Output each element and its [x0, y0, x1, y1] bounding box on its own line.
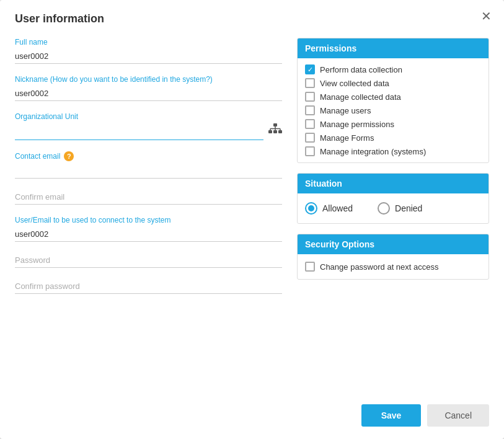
- permission-label-4: Manage permissions: [320, 120, 394, 129]
- permission-label-6: Manage integration (systems): [320, 147, 426, 156]
- security-body: Change password at next access: [298, 254, 489, 279]
- permission-item: Manage users: [305, 105, 481, 115]
- permission-item: Manage Forms: [305, 133, 481, 143]
- permission-checkbox-4[interactable]: [305, 119, 315, 129]
- security-header: Security Options: [298, 234, 489, 254]
- security-checkbox-0[interactable]: [305, 262, 315, 272]
- permission-checkbox-1[interactable]: [305, 78, 315, 88]
- permissions-card: Permissions ✓Perform data collectionView…: [297, 38, 489, 163]
- org-hierarchy-icon[interactable]: [268, 123, 282, 140]
- confirm-password-input[interactable]: [15, 279, 282, 294]
- nickname-label: Nickname (How do you want to be identifi…: [15, 75, 282, 84]
- svg-rect-0: [273, 123, 277, 126]
- radio-inner-0: [308, 205, 314, 211]
- confirm-email-input[interactable]: [15, 190, 282, 205]
- login-input[interactable]: [15, 227, 282, 242]
- contact-email-input[interactable]: [15, 164, 282, 179]
- org-unit-label: Organizational Unit: [15, 112, 282, 121]
- situation-option-0[interactable]: Allowed: [305, 202, 353, 215]
- permission-label-5: Manage Forms: [320, 133, 374, 143]
- situation-body: AllowedDenied: [298, 193, 489, 223]
- close-button[interactable]: ✕: [481, 10, 492, 22]
- situation-card: Situation AllowedDenied: [297, 173, 489, 224]
- password-input[interactable]: [15, 253, 282, 268]
- user-information-modal: User information ✕ Full name Nickname (H…: [0, 0, 504, 439]
- permission-item: ✓Perform data collection: [305, 64, 481, 74]
- nickname-input[interactable]: [15, 86, 282, 101]
- situation-option-1[interactable]: Denied: [378, 202, 422, 215]
- save-button[interactable]: Save: [361, 404, 422, 427]
- login-group: User/Email to be used to connect to the …: [15, 216, 282, 242]
- cancel-button[interactable]: Cancel: [427, 404, 489, 427]
- security-card: Security Options Change password at next…: [297, 234, 489, 280]
- org-unit-input[interactable]: [15, 125, 263, 140]
- confirm-email-group: [15, 190, 282, 205]
- modal-footer: Save Cancel: [361, 404, 489, 427]
- contact-email-group: Contact email ?: [15, 151, 282, 179]
- permission-item: View collected data: [305, 78, 481, 88]
- org-unit-row: [15, 123, 282, 140]
- permission-checkbox-6[interactable]: [305, 146, 315, 156]
- security-item-0: Change password at next access: [305, 262, 481, 272]
- help-icon[interactable]: ?: [64, 151, 74, 161]
- permission-label-3: Manage users: [320, 106, 371, 115]
- full-name-label: Full name: [15, 38, 282, 47]
- permission-checkbox-5[interactable]: [305, 133, 315, 143]
- content-layout: Full name Nickname (How do you want to b…: [15, 38, 489, 305]
- full-name-group: Full name: [15, 38, 282, 64]
- radio-outer-0: [305, 202, 317, 215]
- modal-title: User information: [15, 12, 489, 25]
- right-panel: Permissions ✓Perform data collectionView…: [297, 38, 489, 305]
- permission-label-2: Manage collected data: [320, 92, 401, 102]
- permissions-body: ✓Perform data collectionView collected d…: [298, 58, 489, 162]
- security-label-0: Change password at next access: [320, 262, 439, 272]
- permission-item: Manage permissions: [305, 119, 481, 129]
- svg-rect-3: [278, 130, 282, 133]
- svg-rect-2: [273, 130, 277, 133]
- contact-email-label: Contact email ?: [15, 151, 282, 161]
- nickname-group: Nickname (How do you want to be identifi…: [15, 75, 282, 101]
- login-label: User/Email to be used to connect to the …: [15, 216, 282, 224]
- permission-checkbox-2[interactable]: [305, 92, 315, 102]
- password-group: [15, 253, 282, 268]
- permission-label-1: View collected data: [320, 79, 389, 88]
- permission-checkbox-3[interactable]: [305, 105, 315, 115]
- permission-label-0: Perform data collection: [320, 65, 402, 74]
- confirm-password-group: [15, 279, 282, 294]
- situation-label-0: Allowed: [322, 203, 353, 213]
- permission-item: Manage collected data: [305, 92, 481, 102]
- situation-label-1: Denied: [395, 203, 422, 213]
- permission-item: Manage integration (systems): [305, 146, 481, 156]
- situation-header: Situation: [298, 174, 489, 193]
- full-name-input[interactable]: [15, 49, 282, 64]
- svg-rect-1: [268, 130, 272, 133]
- org-unit-group: Organizational Unit: [15, 112, 282, 140]
- permissions-header: Permissions: [298, 38, 489, 58]
- permission-checkbox-0[interactable]: ✓: [305, 64, 315, 74]
- left-panel: Full name Nickname (How do you want to b…: [15, 38, 282, 305]
- radio-outer-1: [378, 202, 390, 215]
